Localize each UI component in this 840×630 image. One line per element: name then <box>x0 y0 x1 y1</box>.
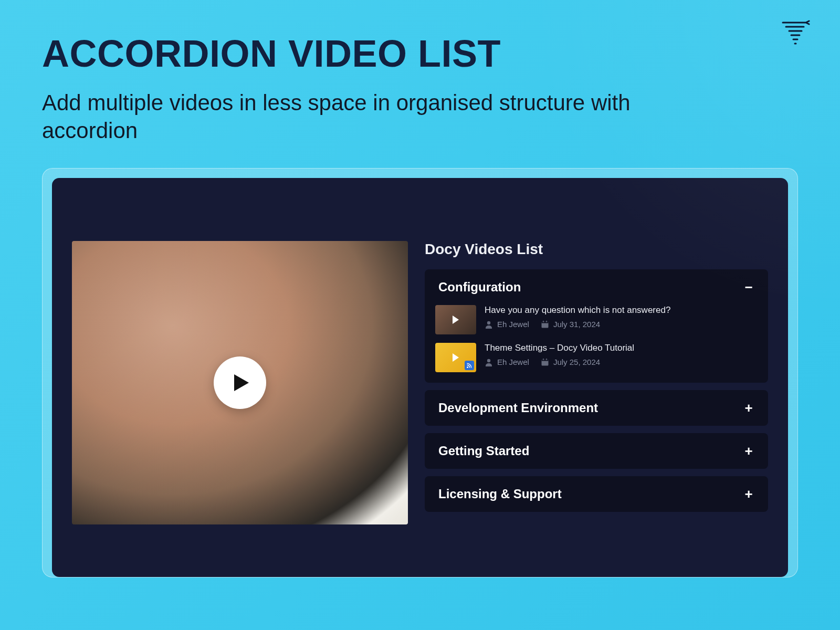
play-button[interactable] <box>214 356 266 409</box>
svg-point-1 <box>487 321 490 324</box>
accordion-title: Configuration <box>438 280 521 295</box>
video-date: July 31, 2024 <box>541 320 600 329</box>
accordion-title: Getting Started <box>438 444 529 458</box>
plus-icon: + <box>743 444 754 458</box>
rss-icon <box>465 361 474 370</box>
play-icon <box>234 374 249 391</box>
calendar-icon <box>541 320 549 329</box>
video-list-title: Docy Videos List <box>425 241 768 258</box>
accordion-item-getting-started: Getting Started + <box>425 433 768 469</box>
showcase-frame: Docy Videos List Configuration − <box>42 168 798 578</box>
accordion-item-development-environment: Development Environment + <box>425 390 768 426</box>
video-author-name: Eh Jewel <box>497 320 529 329</box>
accordion: Configuration − Have you any question wh… <box>425 269 768 512</box>
page-subtitle: Add multiple videos in less space in org… <box>42 89 646 145</box>
play-icon <box>453 316 459 324</box>
page-title: ACCORDION VIDEO LIST <box>42 34 840 74</box>
svg-rect-5 <box>546 320 547 322</box>
accordion-item-licensing-support: Licensing & Support + <box>425 476 768 512</box>
accordion-title: Development Environment <box>438 401 598 415</box>
video-author-name: Eh Jewel <box>497 358 529 366</box>
plus-icon: + <box>743 401 754 415</box>
svg-rect-9 <box>541 359 548 361</box>
brand-logo <box>781 18 811 49</box>
svg-point-6 <box>467 366 468 368</box>
user-icon <box>485 358 493 366</box>
play-icon <box>453 353 459 362</box>
accordion-header-configuration[interactable]: Configuration − <box>425 269 768 305</box>
accordion-header-getting-started[interactable]: Getting Started + <box>425 433 768 469</box>
accordion-title: Licensing & Support <box>438 487 562 501</box>
svg-marker-0 <box>234 374 249 391</box>
accordion-item-configuration: Configuration − Have you any question wh… <box>425 269 768 383</box>
video-date-value: July 31, 2024 <box>553 320 600 329</box>
plus-icon: + <box>743 487 754 501</box>
video-item[interactable]: Theme Settings – Docy Video Tutorial Eh … <box>435 343 758 372</box>
showcase-panel: Docy Videos List Configuration − <box>52 178 788 577</box>
svg-rect-10 <box>543 358 544 360</box>
calendar-icon <box>541 358 549 366</box>
video-thumbnail <box>435 305 476 334</box>
video-author: Eh Jewel <box>485 358 529 366</box>
video-date-value: July 25, 2024 <box>553 358 600 366</box>
video-thumbnail <box>435 343 476 372</box>
video-date: July 25, 2024 <box>541 358 600 366</box>
user-icon <box>485 320 493 329</box>
accordion-header-licensing-support[interactable]: Licensing & Support + <box>425 476 768 512</box>
accordion-header-development-environment[interactable]: Development Environment + <box>425 390 768 426</box>
video-player[interactable] <box>72 241 408 524</box>
minus-icon: − <box>743 280 754 294</box>
svg-point-7 <box>487 359 490 362</box>
svg-rect-4 <box>543 320 544 322</box>
svg-rect-3 <box>541 321 548 323</box>
video-author: Eh Jewel <box>485 320 529 329</box>
video-title: Theme Settings – Docy Video Tutorial <box>485 343 634 353</box>
video-title: Have you any question which is not answe… <box>485 305 670 316</box>
accordion-body-configuration: Have you any question which is not answe… <box>425 305 768 383</box>
video-item[interactable]: Have you any question which is not answe… <box>435 305 758 334</box>
svg-rect-11 <box>546 358 547 360</box>
